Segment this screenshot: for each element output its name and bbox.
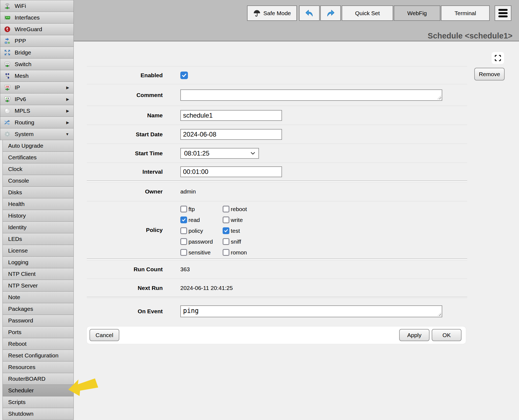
sidebar-item-health[interactable]: Health (2, 198, 74, 210)
hamburger-menu-button[interactable] (495, 5, 511, 21)
ok-button[interactable]: OK (432, 329, 462, 341)
sidebar-item-password[interactable]: Password (2, 315, 74, 327)
sidebar-item-bridge[interactable]: Bridge (0, 47, 74, 59)
redo-button[interactable] (320, 5, 341, 21)
sidebar-item-ipv6[interactable]: 6IPv6▶ (0, 93, 74, 105)
sidebar-item-scheduler[interactable]: Scheduler (2, 385, 74, 396)
sidebar-item-interfaces[interactable]: Interfaces (0, 12, 74, 24)
run-count-row: Run Count 363 (87, 260, 467, 279)
sidebar-item-label: History (8, 212, 26, 219)
sidebar-item-mesh[interactable]: Mesh (0, 70, 74, 82)
start-date-row: Start Date (87, 125, 467, 144)
wireguard-icon (4, 25, 11, 33)
sidebar-item-ntp-client[interactable]: NTP Client (2, 268, 74, 280)
sidebar-item-label: Bridge (15, 49, 31, 56)
sidebar-item-ppp[interactable]: PPP (0, 35, 74, 47)
sidebar-item-certificates[interactable]: Certificates (2, 151, 74, 163)
policy-option-label: write (231, 217, 243, 223)
sidebar-item-ports[interactable]: Ports (2, 326, 74, 338)
policy-checkbox-test[interactable] (223, 227, 229, 234)
main-content: Remove Enabled Comment Name Start Date (74, 41, 519, 420)
sidebar-item-resources[interactable]: Resources (2, 361, 74, 373)
start-date-input[interactable] (180, 129, 282, 140)
name-input[interactable] (180, 110, 282, 121)
sidebar-item-switch[interactable]: Switch (0, 58, 74, 70)
sidebar-item-console[interactable]: Console (2, 175, 74, 187)
sidebar-system-submenu: Auto UpgradeCertificatesClockConsoleDisk… (0, 140, 74, 420)
sidebar-item-ntp-server[interactable]: NTP Server (2, 280, 74, 292)
policy-checkbox-reboot[interactable] (223, 206, 229, 212)
policy-label: Policy (87, 227, 163, 233)
sidebar-item-label: IPv6 (15, 96, 26, 102)
webfig-tab[interactable]: WebFig (394, 5, 440, 21)
interval-row: Interval (87, 163, 467, 180)
next-run-row: Next Run 2024-06-11 20:41:25 (87, 279, 467, 297)
sidebar-item-license[interactable]: License (2, 245, 74, 257)
schedule-form: Enabled Comment Name Start Date (87, 41, 467, 324)
sidebar-item-auto-upgrade[interactable]: Auto Upgrade (2, 140, 74, 152)
policy-option-label: test (231, 228, 240, 234)
apply-button[interactable]: Apply (399, 329, 430, 341)
fullscreen-button[interactable] (492, 52, 504, 64)
policy-checkbox-romon[interactable] (223, 249, 229, 256)
sidebar-item-logging[interactable]: Logging (2, 256, 74, 268)
sidebar-item-identity[interactable]: Identity (2, 221, 74, 233)
quick-set-button[interactable]: Quick Set (342, 5, 393, 21)
sidebar-item-label: NTP Server (8, 282, 38, 289)
sidebar-item-label: Note (8, 294, 20, 301)
sidebar-item-mpls[interactable]: MPLS▶ (0, 105, 74, 117)
sidebar-item-shutdown[interactable]: Shutdown (2, 408, 74, 420)
sidebar-item-label: PPP (15, 38, 26, 44)
undo-button[interactable] (299, 5, 320, 21)
policy-option-write: write (223, 217, 247, 223)
policy-checkbox-sniff[interactable] (223, 238, 229, 245)
sidebar-item-routerboard[interactable]: RouterBOARD (2, 373, 74, 385)
sidebar-item-clock[interactable]: Clock (2, 163, 74, 175)
sidebar-item-history[interactable]: History (2, 210, 74, 222)
owner-value: admin (180, 188, 196, 195)
policy-row: Policy ftprebootreadwritepolicytestpassw… (87, 201, 467, 259)
cancel-button[interactable]: Cancel (89, 329, 119, 341)
comment-input[interactable] (180, 89, 442, 101)
policy-option-label: read (188, 217, 200, 223)
policy-checkbox-sensitive[interactable] (180, 249, 187, 256)
enabled-checkbox[interactable] (180, 72, 188, 79)
sidebar-item-label: Packages (8, 306, 33, 312)
sidebar-item-reset-configuration[interactable]: Reset Configuration (2, 350, 74, 361)
sidebar-item-scripts[interactable]: Scripts (2, 396, 74, 408)
sidebar-item-wifi[interactable]: WiFi (0, 0, 74, 12)
sidebar-item-routing[interactable]: Routing▶ (0, 117, 74, 128)
sidebar-item-ip[interactable]: 255IP▶ (0, 82, 74, 93)
sidebar-item-label: IP (15, 84, 20, 91)
policy-option-label: password (188, 238, 213, 245)
policy-option-sensitive: sensitive (180, 249, 223, 256)
sidebar-item-label: Logging (8, 259, 28, 266)
sidebar-item-note[interactable]: Note (2, 291, 74, 303)
remove-button[interactable]: Remove (474, 68, 505, 80)
chevron-right-icon: ▶ (66, 120, 69, 125)
policy-checkbox-policy[interactable] (180, 227, 187, 234)
policy-option-password: password (180, 238, 223, 245)
sidebar-item-system[interactable]: System▼ (0, 128, 74, 140)
sidebar-item-label: NTP Client (8, 271, 36, 277)
sidebar-item-wireguard[interactable]: WireGuard (0, 23, 74, 35)
policy-checkbox-read[interactable] (180, 217, 187, 223)
policy-checkbox-write[interactable] (223, 217, 229, 223)
on-event-row: On Event ping (87, 299, 467, 324)
on-event-input[interactable]: ping (180, 305, 442, 317)
sidebar-item-leds[interactable]: LEDs (2, 233, 74, 245)
sidebar-item-reboot[interactable]: Reboot (2, 338, 74, 350)
ip-icon: 255 (4, 84, 11, 91)
policy-checkbox-password[interactable] (180, 238, 187, 245)
sidebar-item-label: Certificates (8, 154, 37, 161)
sidebar-item-packages[interactable]: Packages (2, 303, 74, 315)
sidebar-main-menu: WiFiInterfacesWireGuardPPPBridgeSwitchMe… (0, 0, 74, 140)
sidebar-item-disks[interactable]: Disks (2, 186, 74, 198)
terminal-tab[interactable]: Terminal (441, 5, 490, 21)
policy-checkbox-ftp[interactable] (180, 206, 187, 212)
safe-mode-button[interactable]: Safe Mode (247, 5, 297, 21)
interval-input[interactable] (180, 166, 282, 177)
start-time-select[interactable]: 08:01:25 (180, 148, 259, 159)
sidebar-item-label: Health (8, 201, 25, 207)
enabled-row: Enabled (87, 66, 467, 84)
